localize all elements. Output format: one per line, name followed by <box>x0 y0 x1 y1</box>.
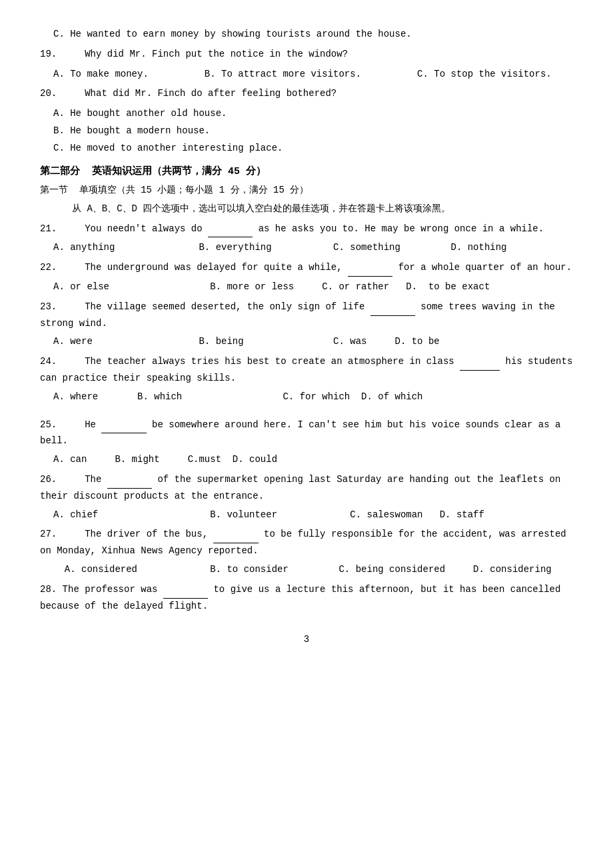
question-19: 19. Why did Mr. Finch put the notice in … <box>40 47 573 63</box>
instruction-text: 从 A、B、C、D 四个选项中，选出可以填入空白处的最佳选项，并在答题卡上将该项… <box>53 201 573 217</box>
blank-26 <box>107 472 152 489</box>
spacer <box>40 409 573 417</box>
q27-options-a-b: A. considered B. to consider C. being co… <box>53 562 573 578</box>
blank-22 <box>348 260 392 277</box>
question-28: 28. The professor was to give us a lectu… <box>40 582 573 615</box>
question-20: 20. What did Mr. Finch do after feeling … <box>40 86 573 102</box>
question-21: 21. You needn't always do as he asks you… <box>40 221 573 238</box>
q25-options: A. can B. might C.must D. could <box>53 452 573 468</box>
blank-25 <box>101 417 146 434</box>
q20-option-c: C. He moved to another interesting place… <box>53 141 573 157</box>
question-27: 27. The driver of the bus, to be fully r… <box>40 527 573 559</box>
q20-option-b: B. He bought a modern house. <box>53 123 573 139</box>
q18-option-c: C. He wanted to earn money by showing to… <box>53 27 573 43</box>
blank-21 <box>208 221 253 238</box>
page-number: 3 <box>40 634 573 645</box>
q24-options: A. where B. which C. for which D. of whi… <box>53 389 573 405</box>
blank-28 <box>163 582 208 599</box>
question-22: 22. The underground was delayed for quit… <box>40 260 573 277</box>
q21-options: A. anything B. everything C. something D… <box>53 240 573 256</box>
q19-options: A. To make money. B. To attract more vis… <box>53 67 573 83</box>
blank-24 <box>460 354 500 371</box>
question-24: 24. The teacher always tries his best to… <box>40 354 573 387</box>
q22-options: A. or else B. more or less C. or rather … <box>53 279 573 295</box>
blank-23 <box>370 299 415 316</box>
q23-options: A. were B. being C. was D. to be <box>53 334 573 350</box>
section-2-header: 第二部分 英语知识运用（共两节，满分 45 分） <box>40 163 573 181</box>
section-2-sub: 第一节 单项填空（共 15 小题；每小题 1 分，满分 15 分） <box>40 183 573 199</box>
blank-27 <box>213 527 258 543</box>
question-23: 23. The village seemed deserted, the onl… <box>40 299 573 332</box>
q26-options: A. chief B. volunteer C. saleswoman D. s… <box>53 507 573 523</box>
question-25: 25. He be somewhere around here. I can't… <box>40 417 573 450</box>
q20-option-a: A. He bought another old house. <box>53 106 573 122</box>
question-26: 26. The of the supermarket opening last … <box>40 472 573 505</box>
page-content: C. He wanted to earn money by showing to… <box>40 27 573 614</box>
